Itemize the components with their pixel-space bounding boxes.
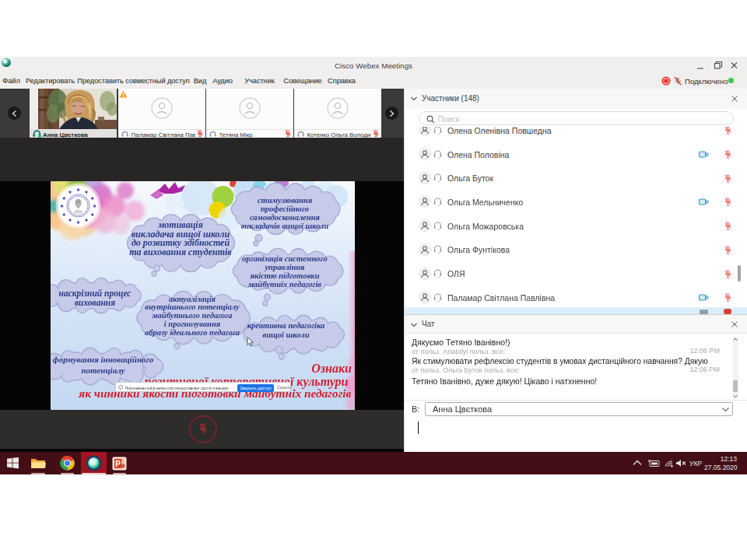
svg-text:★: ★ <box>68 217 72 222</box>
svg-text:★: ★ <box>75 187 80 192</box>
svg-text:P: P <box>115 460 121 468</box>
svg-text:★: ★ <box>84 217 89 222</box>
svg-text:★: ★ <box>61 212 66 217</box>
svg-text:★: ★ <box>75 219 80 225</box>
svg-text:★: ★ <box>61 195 66 201</box>
svg-text:★: ★ <box>68 189 72 194</box>
svg-text:★: ★ <box>89 195 94 201</box>
svg-text:★: ★ <box>84 189 89 194</box>
svg-text:★: ★ <box>89 212 94 217</box>
svg-text:★: ★ <box>92 203 96 208</box>
svg-text:★: ★ <box>59 203 64 208</box>
